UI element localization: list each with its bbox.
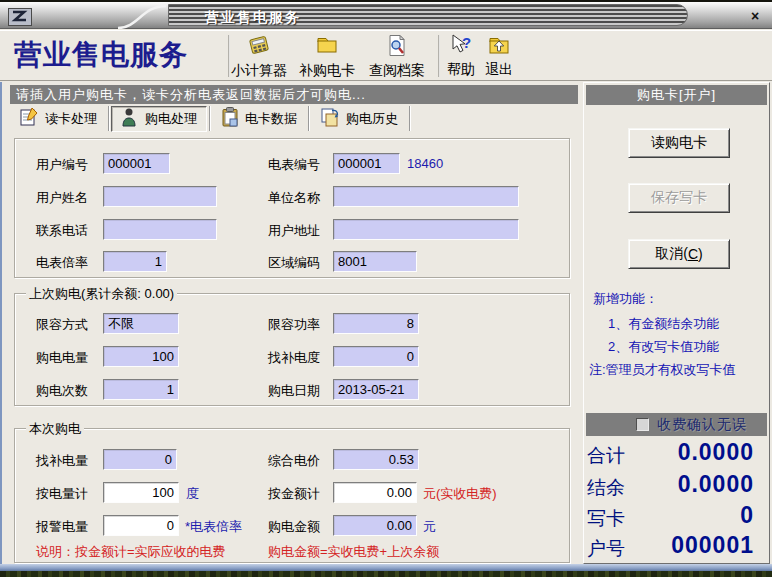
repurchase-card-button[interactable]: 补购电卡	[296, 34, 358, 80]
limit-power-label: 限容功率	[268, 316, 320, 334]
view-archive-button[interactable]: 查阅档案	[366, 34, 428, 80]
feature-note: 注:管理员才有权改写卡值	[589, 361, 736, 379]
org-name-label: 单位名称	[268, 189, 320, 207]
window-bottom-frame	[0, 564, 772, 571]
meter-id-label: 电表编号	[268, 156, 320, 174]
exit-button[interactable]: 退出	[482, 34, 516, 79]
notepad-icon	[19, 107, 39, 130]
current-purchase-group: 本次购电 找补电量 0 综合电价 0.53 按电量计 100 度 按金额计 0.…	[14, 428, 570, 563]
energy-field[interactable]: 100	[103, 346, 179, 367]
search-document-icon	[386, 34, 408, 61]
close-button[interactable]: ×	[747, 8, 763, 24]
limit-mode-field[interactable]: 不限	[103, 313, 179, 334]
tab-history[interactable]: 购电历史	[311, 106, 407, 132]
fee-confirm-checkbox[interactable]	[636, 418, 649, 431]
alarm-qty-unit: *电表倍率	[185, 518, 242, 536]
adjust-qty-label: 找补电量	[36, 452, 88, 470]
by-qty-unit: 度	[186, 485, 199, 503]
calculator-icon	[247, 34, 271, 61]
purchase-count-field[interactable]: 1	[103, 379, 179, 400]
purchase-date-field[interactable]: 2013-05-21	[333, 379, 419, 400]
svg-text:?: ?	[462, 34, 471, 51]
user-info-group: 用户编号 000001 电表编号 000001 18460 用户姓名 单位名称 …	[14, 138, 570, 278]
phone-field[interactable]	[103, 219, 217, 240]
cancel-button[interactable]: 取消(C)	[628, 239, 730, 269]
limit-mode-label: 限容方式	[36, 316, 88, 334]
read-card-button[interactable]: 读购电卡	[628, 128, 730, 158]
amount-unit: 元	[423, 518, 436, 536]
feature-item-1: 1、有金额结余功能	[608, 315, 719, 333]
tab-separator	[108, 106, 109, 131]
adjust-qty-field[interactable]: 0	[103, 449, 177, 470]
history-icon	[320, 107, 340, 130]
price-field[interactable]: 0.53	[333, 449, 419, 470]
tab-read-card[interactable]: 读卡处理	[10, 106, 106, 132]
desktop: 营业售电服务 × 营业售电服务 小计算器	[0, 0, 772, 577]
tab-separator	[209, 106, 210, 131]
address-label: 用户地址	[268, 222, 320, 240]
tab-separator	[308, 106, 309, 131]
area-code-label: 区域编码	[268, 254, 320, 272]
user-id-label: 用户编号	[36, 156, 88, 174]
org-name-field[interactable]	[333, 186, 519, 207]
user-name-label: 用户姓名	[36, 189, 88, 207]
account-no-label: 户号	[587, 536, 625, 562]
phone-label: 联系电话	[36, 222, 88, 240]
total-value: 0.0000	[678, 439, 754, 466]
amount-label: 购电金额	[268, 518, 320, 536]
write-card-value: 0	[740, 502, 754, 529]
by-qty-field[interactable]: 100	[103, 482, 179, 503]
current-purchase-title: 本次购电	[26, 420, 84, 438]
alarm-qty-label: 报警电量	[36, 518, 88, 536]
by-amount-field[interactable]: 0.00	[333, 482, 417, 503]
tab-separator	[409, 106, 410, 131]
user-name-field[interactable]	[103, 186, 217, 207]
purchase-date-label: 购电日期	[268, 382, 320, 400]
address-field[interactable]	[333, 219, 519, 240]
help-button[interactable]: ? 帮助	[444, 34, 478, 79]
meter-reading-value: 18460	[407, 156, 443, 171]
person-icon	[121, 107, 139, 130]
adjust-degree-field[interactable]: 0	[333, 346, 419, 367]
meter-ratio-field[interactable]: 1	[103, 251, 167, 272]
tab-purchase[interactable]: 购电处理	[111, 106, 207, 132]
exit-label: 退出	[485, 61, 513, 79]
purchase-card-panel: 购电卡[开户] 读购电卡 保存写卡 取消(C) 新增功能： 1、有金额结余功能 …	[583, 82, 770, 564]
feature-item-2: 2、有改写卡值功能	[608, 338, 719, 356]
titlebar: 营业售电服务 ×	[0, 2, 772, 29]
folder-icon	[315, 34, 339, 61]
status-message: 请插入用户购电卡，读卡分析电表返回数据后才可购电...	[10, 85, 578, 104]
amount-field[interactable]: 0.00	[333, 515, 417, 536]
user-id-field[interactable]: 000001	[103, 153, 170, 174]
area-code-field[interactable]: 8001	[333, 251, 417, 272]
tab-read-card-label: 读卡处理	[45, 110, 97, 128]
last-purchase-title: 上次购电(累计余额: 0.00)	[26, 285, 177, 303]
toolbar: 营业售电服务 小计算器 补购电卡	[0, 30, 772, 81]
save-write-card-button[interactable]: 保存写卡	[628, 183, 730, 213]
cancel-label-prefix: 取消(	[655, 245, 688, 263]
adjust-degree-label: 找补电度	[268, 349, 320, 367]
limit-power-field[interactable]: 8	[333, 313, 419, 334]
cancel-hotkey: C	[688, 246, 698, 262]
app-window: 营业售电服务 × 营业售电服务 小计算器	[0, 0, 772, 564]
fee-confirm-label: 收费确认无误	[657, 416, 747, 434]
clipboard-icon	[221, 107, 239, 130]
energy-label: 购电电量	[36, 349, 88, 367]
meter-id-field[interactable]: 000001	[333, 153, 400, 174]
tab-card-data[interactable]: 电卡数据	[212, 106, 306, 132]
confirm-bar: 收费确认无误	[586, 413, 767, 436]
by-amount-label: 按金额计	[268, 485, 320, 503]
total-label: 合计	[587, 443, 625, 469]
account-no-value: 000001	[671, 532, 754, 559]
by-amount-unit: 元(实收电费)	[423, 485, 497, 503]
tab-card-data-label: 电卡数据	[245, 110, 297, 128]
alarm-qty-field[interactable]: 0	[103, 515, 179, 536]
help-icon: ?	[449, 34, 473, 60]
meter-ratio-label: 电表倍率	[36, 254, 88, 272]
cancel-label-suffix: )	[698, 246, 703, 262]
titlebar-swoosh	[116, 4, 168, 33]
tab-purchase-label: 购电处理	[145, 110, 197, 128]
calculator-button[interactable]: 小计算器	[228, 34, 290, 80]
app-logo-icon	[8, 8, 32, 30]
features-title: 新增功能：	[593, 290, 658, 308]
